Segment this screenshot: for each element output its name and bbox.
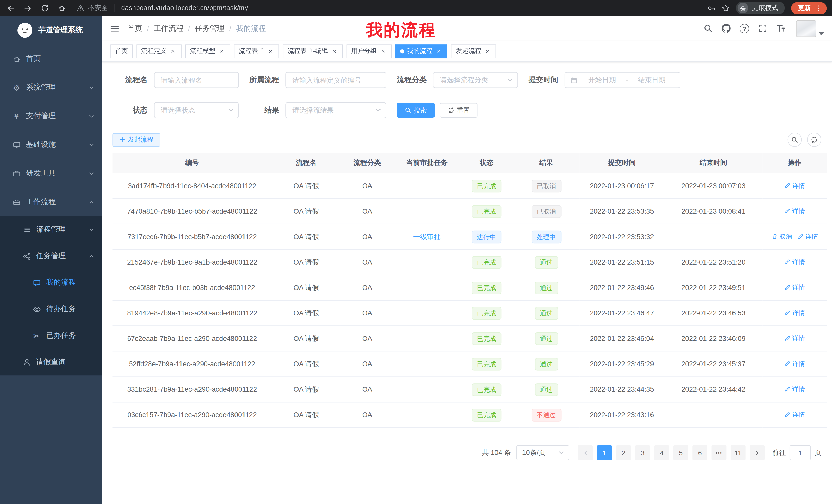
detail-action-link[interactable]: 详情 [784,181,805,190]
font-size-icon[interactable] [776,24,785,33]
current-task-link[interactable]: 一级审批 [413,232,441,242]
detail-action-link[interactable]: 详情 [784,283,805,292]
cell-category: OA [341,249,394,275]
cell-actions[interactable]: 取消详情 [762,224,827,249]
cell-actions[interactable]: 详情 [762,376,827,402]
person-icon [22,358,31,366]
detail-action-link[interactable]: 详情 [784,309,805,317]
github-icon[interactable] [722,24,731,33]
browser-home-icon[interactable] [58,4,66,12]
tab-close-icon[interactable]: × [169,48,177,55]
cell-actions[interactable]: 详情 [762,326,827,351]
page-button-11[interactable]: 11 [731,445,746,460]
page-more-button[interactable]: ••• [712,445,727,460]
page-button-6[interactable]: 6 [693,445,707,460]
browser-forward-icon[interactable] [24,4,32,12]
detail-action-link[interactable]: 详情 [784,257,805,267]
detail-action-link[interactable]: 详情 [784,206,805,216]
sidebar-item-dev-tools[interactable]: 研发工具 [0,159,102,188]
breadcrumb-separator: / [188,24,190,32]
tab-用户分组[interactable]: 用户分组× [346,44,392,58]
search-icon[interactable] [704,24,713,33]
tab-close-icon[interactable]: × [484,48,491,55]
sidebar-item-process-management[interactable]: 流程管理 [0,216,102,243]
reset-button[interactable]: 重置 [440,103,478,118]
cancel-action-link[interactable]: 取消 [771,232,792,241]
cell-actions[interactable]: 详情 [762,300,827,326]
detail-action-link[interactable]: 详情 [784,385,805,394]
breadcrumb-separator: / [229,24,231,32]
cell-actions[interactable]: 详情 [762,249,827,275]
page-size-select[interactable]: 10条/页 [516,445,569,460]
detail-action-link[interactable]: 详情 [784,334,805,343]
cell-actions[interactable]: 详情 [762,173,827,199]
breadcrumb-item-workflow[interactable]: 工作流程 [154,24,184,33]
page-button-3[interactable]: 3 [635,445,650,460]
result-select[interactable]: 请选择流结果 [285,102,386,118]
next-page-button[interactable] [750,445,765,460]
sidebar-item-payment-management[interactable]: ¥ 支付管理 [0,102,102,130]
sidebar-item-workflow[interactable]: 工作流程 [0,188,102,216]
sidebar-item-leave-query[interactable]: 请假查询 [0,349,102,375]
tab-发起流程[interactable]: 发起流程× [451,44,496,58]
page-button-4[interactable]: 4 [654,445,669,460]
tab-我的流程[interactable]: 我的流程× [395,44,447,58]
category-select[interactable]: 请选择流程分类 [433,72,518,88]
tab-流程表单[interactable]: 流程表单× [234,44,279,58]
breadcrumb-item-task-management[interactable]: 任务管理 [195,24,225,33]
tab-close-icon[interactable]: × [380,48,387,55]
process-name-input[interactable] [155,73,238,88]
detail-action-link[interactable]: 详情 [784,359,805,368]
toggle-search-button[interactable] [787,133,802,147]
sidebar-item-infrastructure[interactable]: 基础设施 [0,131,102,159]
create-process-button[interactable]: 发起流程 [113,133,160,147]
result-tag: 处理中 [531,230,561,243]
cell-actions[interactable]: 详情 [762,275,827,300]
prev-page-button[interactable] [578,445,593,460]
submit-time-range-picker[interactable]: 开始日期 - 结束日期 [565,72,680,88]
cell-actions[interactable]: 详情 [762,402,827,427]
browser-update-button[interactable]: 更新 ⋮ [791,2,827,14]
status-select[interactable]: 请选择状态 [154,102,239,118]
sidebar-item-done-tasks[interactable]: ✂ 已办任务 [0,323,102,349]
fullscreen-icon[interactable] [758,24,767,33]
sidebar-item-home[interactable]: 首页 [0,45,102,73]
table-mini-toolbar [787,133,822,147]
jump-page-input[interactable] [789,445,811,460]
cell-actions[interactable]: 详情 [762,199,827,224]
browser-back-icon[interactable] [7,4,15,12]
sidebar-item-my-processes[interactable]: 我的流程 [0,269,102,296]
sidebar-item-task-management[interactable]: 任务管理 [0,243,102,269]
refresh-table-button[interactable] [807,133,822,147]
incognito-icon [738,3,748,13]
detail-action-link[interactable]: 详情 [797,232,818,241]
tab-close-icon[interactable]: × [331,48,338,55]
browser-reload-icon[interactable] [41,4,49,12]
page-button-1[interactable]: 1 [597,445,612,460]
browser-menu-icon[interactable]: ⋮ [815,4,822,12]
address-bar[interactable]: 不安全 dashboard.yudao.iocoder.cn/bpm/task/… [76,3,248,12]
tab-close-icon[interactable]: × [435,48,442,55]
tab-close-icon[interactable]: × [267,48,274,55]
password-key-icon[interactable] [707,4,715,12]
cell-result: 处理中 [513,224,579,249]
user-avatar[interactable] [796,20,824,37]
workflow-submenu: 流程管理 任务管理 我的流程 待办任务 ✂ 已 [0,216,102,375]
process-def-input[interactable] [286,73,386,88]
tab-流程模型[interactable]: 流程模型× [185,44,230,58]
page-button-2[interactable]: 2 [616,445,631,460]
tab-流程定义[interactable]: 流程定义× [136,44,181,58]
detail-action-link[interactable]: 详情 [784,410,805,419]
tab-close-icon[interactable]: × [218,48,226,55]
search-button[interactable]: 搜索 [397,103,435,118]
tab-流程表单-编辑[interactable]: 流程表单-编辑× [283,44,343,58]
bookmark-star-icon[interactable] [722,4,730,12]
cell-actions[interactable]: 详情 [762,351,827,376]
tab-首页[interactable]: 首页 [110,44,133,58]
breadcrumb-item-home[interactable]: 首页 [127,24,142,33]
sidebar-item-system-management[interactable]: ⚙ 系统管理 [0,73,102,102]
page-button-5[interactable]: 5 [673,445,688,460]
sidebar-toggle-icon[interactable] [110,24,119,33]
sidebar-item-todo-tasks[interactable]: 待办任务 [0,296,102,323]
help-icon[interactable]: ? [740,24,749,33]
